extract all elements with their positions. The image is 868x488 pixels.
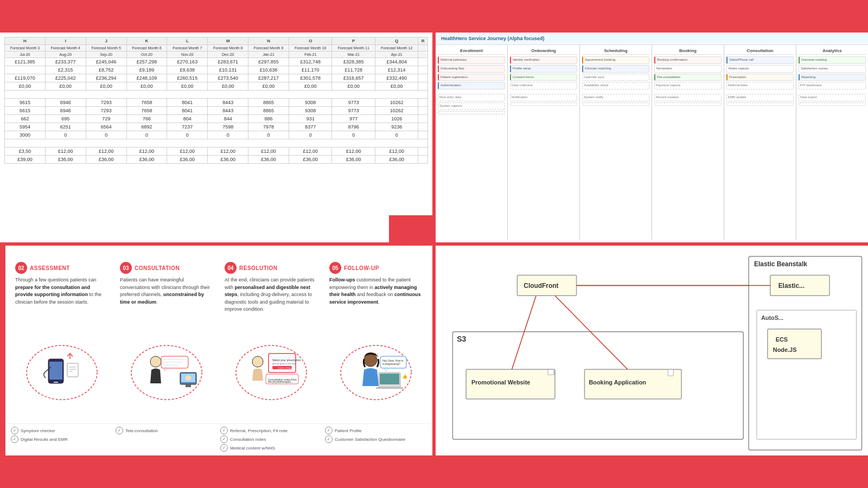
step-followup: 05 FOLLOW-UP Follow-ups customised to th…	[325, 259, 427, 316]
svg-rect-60	[768, 329, 821, 359]
cell: £344,804	[375, 58, 418, 66]
date-nov: Nov-20	[167, 52, 208, 58]
list-item: Patient registration	[438, 74, 505, 81]
cell: £36,00	[126, 156, 167, 164]
cell: £10,638	[248, 66, 289, 74]
cell: £36,00	[332, 156, 375, 164]
illustration-svg-consultation	[129, 343, 205, 402]
svg-text:👍: 👍	[402, 374, 407, 379]
panel-steps: 02 ASSESSMENT Through a few questions pa…	[0, 244, 434, 455]
list-item: Prescription	[726, 74, 794, 81]
left-accent	[0, 246, 5, 455]
footer-item: ✓ Consultation notes	[220, 435, 322, 443]
table-row: 6615 6946 7293 7658 8041 8443 8865 9308 …	[5, 107, 428, 115]
list-item: Video/Phone call	[726, 56, 794, 64]
cell: 7978	[248, 123, 289, 131]
footer-resolution: ✓ Referral, Prescription, Fit note ✓ Con…	[220, 427, 322, 453]
svg-marker-14	[164, 368, 167, 371]
list-item: Satisfaction survey	[799, 65, 866, 73]
illustration-svg-resolution: Select your prescription pick up point o…	[233, 343, 309, 402]
list-item: System capture	[438, 102, 505, 110]
list-item: Row entry data	[438, 94, 505, 101]
illustration-followup: Hey Sara, How is it progressing? 👍	[325, 343, 427, 402]
cell: £10,131	[208, 66, 248, 74]
footer-text: Tele-consultation	[125, 428, 158, 433]
svg-rect-35	[376, 387, 403, 389]
cell: £0,00	[289, 82, 332, 91]
step-number: 03	[123, 265, 129, 271]
table-row: £39,00 £36,00 £36,00 £36,00 £36,00 £36,0…	[5, 156, 428, 164]
cell: 6946	[45, 107, 86, 115]
list-item	[799, 102, 866, 106]
cell: £0,00	[208, 82, 248, 91]
cell: £12,00	[248, 147, 289, 156]
cell	[418, 156, 428, 164]
list-item: Reminders	[654, 65, 722, 73]
medical-icon: ✓	[220, 444, 228, 452]
step-title-resolution: RESOLUTION	[239, 265, 278, 271]
cell: £245,046	[86, 58, 126, 66]
cell: £270,163	[167, 58, 208, 66]
journey-header: HealthHero Service Journey (Alpha focuse…	[436, 33, 868, 45]
cell: 10262	[375, 99, 418, 107]
cell: 3000	[5, 131, 46, 139]
cell: £297,855	[248, 58, 289, 66]
step-title-assessment: ASSESSMENT	[30, 265, 70, 271]
svg-marker-47	[548, 369, 554, 375]
cell: 8443	[208, 99, 248, 107]
cell: 0	[289, 131, 332, 139]
cell-empty	[5, 91, 428, 99]
footer-followup: ✓ Patient Profile ✓ Customer Satisfactio…	[325, 427, 427, 453]
svg-rect-58	[757, 310, 857, 439]
panel-spreadsheet: H I J K L M N O P Q R	[0, 33, 434, 244]
profile-icon: ✓	[325, 427, 333, 434]
cell: 8041	[167, 99, 208, 107]
forecast-6: Forecast Month 6	[126, 45, 167, 52]
list-item: Data collection	[510, 82, 577, 89]
cell: £0,00	[375, 82, 418, 91]
cell: 9308	[289, 99, 332, 107]
step-circle-02: 02	[15, 262, 27, 274]
svg-rect-2	[49, 362, 62, 380]
cell: £36,00	[289, 156, 332, 164]
cell: 766	[126, 115, 167, 123]
footer-text: Digital Results and EMR	[21, 437, 68, 442]
cell: £287,217	[248, 74, 289, 82]
svg-text:Promotional Website: Promotional Website	[471, 379, 530, 386]
cell	[418, 123, 428, 131]
date-aug: Aug-20	[45, 52, 86, 58]
journey-col-header: Analytics	[799, 47, 866, 55]
cell	[418, 66, 428, 74]
cell: 10262	[375, 107, 418, 115]
journey-col-scheduling: Scheduling Appointment booking Clinician…	[580, 45, 652, 240]
svg-text:Node.JS: Node.JS	[773, 346, 797, 353]
cell: 7598	[208, 123, 248, 131]
arch-content: S3 CloudFront Promotional Website Bookin…	[436, 246, 868, 455]
cell: £36,00	[167, 156, 208, 164]
col-q: Q	[375, 37, 418, 45]
svg-point-21	[252, 356, 263, 367]
illustration-svg-followup: Hey Sara, How is it progressing? 👍	[338, 343, 414, 402]
footer-item: ✓ Patient Profile	[325, 427, 427, 434]
step-number-label: 05 FOLLOW-UP	[329, 262, 423, 274]
svg-rect-45	[466, 369, 555, 399]
list-item: Data export	[799, 94, 866, 101]
cell: £12,314	[375, 66, 418, 74]
list-item	[510, 102, 577, 106]
svg-text:the physiotherapist...: the physiotherapist...	[268, 380, 293, 383]
svg-text:S3: S3	[457, 335, 466, 343]
cell: £236,294	[86, 74, 126, 82]
cell: £12,00	[375, 147, 418, 156]
list-item: Booking confirmation	[654, 56, 722, 64]
cell: £301,578	[289, 74, 332, 82]
forecast-8: Forecast Month 8	[208, 45, 248, 52]
footer-assessment: ✓ Symptom checker ✓ Digital Results and …	[11, 427, 113, 453]
list-item	[654, 102, 722, 106]
cell	[5, 66, 46, 74]
top-bar	[0, 0, 868, 33]
journey-content: HealthHero Service Journey (Alpha focuse…	[436, 33, 868, 242]
footer-text: Referral, Prescription, Fit note	[230, 428, 288, 433]
list-item: Calendar sync	[582, 74, 649, 81]
cell: 1026	[375, 115, 418, 123]
steps-footer: ✓ Symptom checker ✓ Digital Results and …	[5, 423, 432, 455]
